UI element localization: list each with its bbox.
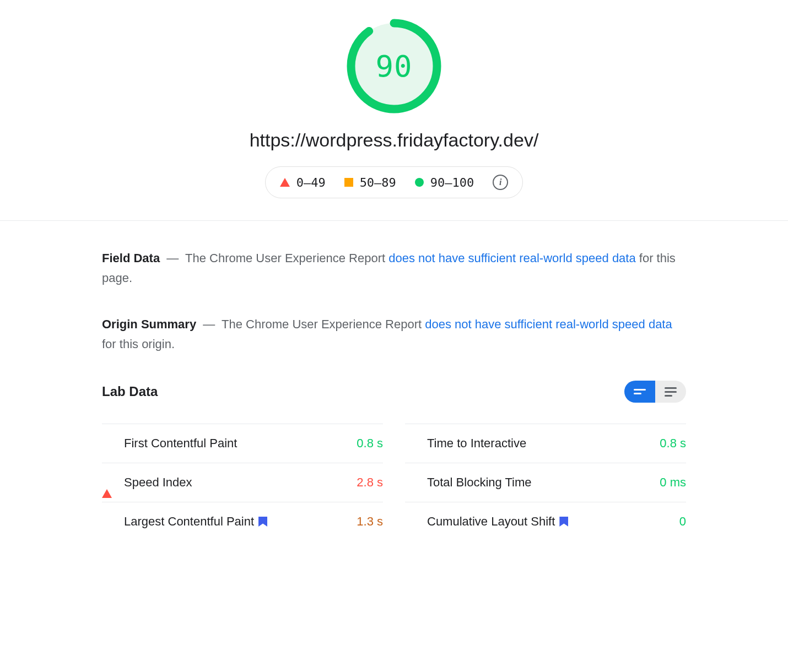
audited-url: https://wordpress.fridayfactory.dev/ <box>0 129 788 151</box>
metric-tbt-value: 0 ms <box>660 475 686 490</box>
metric-lcp[interactable]: Largest Contentful Paint 1.3 s <box>102 502 383 541</box>
metric-tti-value: 0.8 s <box>660 436 686 451</box>
origin-summary-prefix: The Chrome User Experience Report <box>222 317 422 331</box>
origin-summary-title: Origin Summary <box>102 317 196 331</box>
metric-cls-value: 0 <box>679 514 686 529</box>
legend-good-label: 90–100 <box>430 176 474 189</box>
origin-summary-text: Origin Summary — The Chrome User Experie… <box>102 315 686 354</box>
metric-lcp-value: 1.3 s <box>357 514 383 529</box>
field-data-link[interactable]: does not have sufficient real-world spee… <box>388 251 635 265</box>
metric-si-value: 2.8 s <box>357 475 383 490</box>
field-data-title: Field Data <box>102 251 160 265</box>
triangle-icon <box>280 178 290 187</box>
metric-fcp[interactable]: First Contentful Paint 0.8 s <box>102 424 383 463</box>
legend-poor-label: 0–49 <box>296 176 326 189</box>
view-toggle-expanded[interactable] <box>655 381 686 403</box>
metric-si[interactable]: Speed Index 2.8 s <box>102 463 383 502</box>
triangle-icon <box>102 475 112 498</box>
flag-icon <box>258 517 267 527</box>
list-icon <box>665 387 677 397</box>
view-toggle-compact[interactable] <box>624 381 655 403</box>
legend-poor: 0–49 <box>280 176 326 189</box>
lab-data-header: Lab Data <box>102 381 686 403</box>
info-icon[interactable]: i <box>493 175 508 190</box>
metrics-grid: First Contentful Paint 0.8 s Time to Int… <box>102 424 686 541</box>
legend-average: 50–89 <box>344 176 396 189</box>
view-toggle <box>624 381 686 403</box>
legend-avg-label: 50–89 <box>360 176 396 189</box>
metric-fcp-value: 0.8 s <box>357 436 383 451</box>
metric-fcp-label: First Contentful Paint <box>124 436 357 451</box>
performance-gauge: 90 <box>344 17 444 116</box>
field-data-text: Field Data — The Chrome User Experience … <box>102 248 686 288</box>
main-content: Field Data — The Chrome User Experience … <box>102 221 686 557</box>
lab-data-title: Lab Data <box>102 384 158 399</box>
score-header: 90 https://wordpress.fridayfactory.dev/ … <box>0 0 788 221</box>
metric-tti-label: Time to Interactive <box>427 436 660 451</box>
score-legend: 0–49 50–89 90–100 i <box>265 166 523 198</box>
origin-summary-link[interactable]: does not have sufficient real-world spee… <box>425 317 672 331</box>
metric-lcp-label: Largest Contentful Paint <box>124 514 254 529</box>
metric-si-label: Speed Index <box>124 475 357 490</box>
origin-summary-suffix: for this origin. <box>102 337 175 351</box>
square-icon <box>344 178 353 187</box>
field-data-prefix: The Chrome User Experience Report <box>185 251 385 265</box>
metric-tti[interactable]: Time to Interactive 0.8 s <box>405 424 686 463</box>
dash: — <box>199 317 218 331</box>
metric-cls[interactable]: Cumulative Layout Shift 0 <box>405 502 686 541</box>
bars-icon <box>634 389 646 394</box>
metric-tbt-label: Total Blocking Time <box>427 475 660 490</box>
metric-tbt[interactable]: Total Blocking Time 0 ms <box>405 463 686 502</box>
dash: — <box>163 251 182 265</box>
gauge-score-value: 90 <box>375 49 412 84</box>
metric-cls-label: Cumulative Layout Shift <box>427 514 555 529</box>
flag-icon <box>559 517 568 527</box>
circle-icon <box>415 178 424 187</box>
legend-good: 90–100 <box>415 176 474 189</box>
